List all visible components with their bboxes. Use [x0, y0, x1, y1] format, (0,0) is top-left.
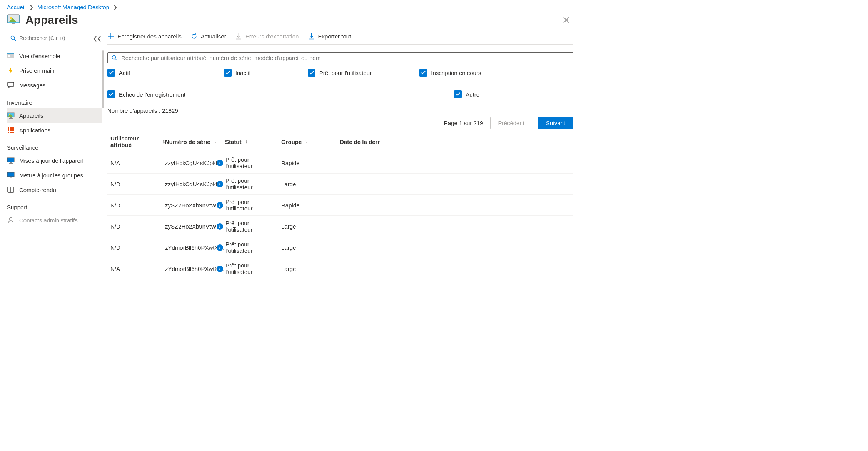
cell-serial: zzyfHckCgU4sKJpkfmS…	[165, 181, 225, 187]
next-button[interactable]: Suivant	[538, 117, 573, 129]
bolt-icon	[7, 67, 15, 74]
sidebar-item-overview[interactable]: Vue d'ensemble	[7, 48, 102, 63]
sidebar-section-monitoring: Surveillance	[7, 137, 102, 153]
sidebar-item-messages[interactable]: Messages	[7, 78, 102, 92]
svg-rect-32	[7, 172, 14, 177]
collapse-sidebar-icon[interactable]: ❮❮	[93, 35, 102, 41]
monitor-blue-icon	[7, 157, 15, 164]
sidebar-item-admin-contacts[interactable]: Contacts administratifs	[7, 213, 102, 227]
search-icon	[112, 55, 117, 61]
filter-chk-inactive[interactable]: Inactif	[224, 69, 308, 77]
grid-icon	[7, 126, 15, 134]
filter-checks: Actif Inactif Prêt pour l'utilisateur In…	[107, 69, 573, 98]
cell-user: N/A	[107, 160, 165, 166]
cell-group: Large	[273, 244, 331, 251]
book-icon	[7, 186, 15, 194]
sidebar-item-label: Contacts administratifs	[19, 217, 78, 224]
svg-rect-23	[8, 129, 9, 131]
svg-line-43	[115, 59, 117, 60]
filter-search-input[interactable]	[121, 55, 569, 61]
devices-table: Utilisateur attribué ↑↓ Numéro de série …	[107, 131, 573, 279]
svg-rect-12	[8, 55, 10, 57]
table-row[interactable]: N/DzYdmorBll6h0PXwtXR…iPrêt pour l'utili…	[107, 237, 573, 258]
sidebar-item-applications[interactable]: Applications	[7, 123, 102, 137]
th-user[interactable]: Utilisateur attribué ↑↓	[107, 135, 165, 148]
table-row[interactable]: N/DzySZ2Ho2Xb9nVtWHA…iPrêt pour l'utilis…	[107, 216, 573, 237]
cell-serial: zySZ2Ho2Xb9nVtWHA…	[165, 202, 225, 209]
filter-chk-failed[interactable]: Échec de l'enregistrement	[107, 90, 419, 98]
sidebar-search[interactable]	[7, 32, 90, 44]
svg-rect-16	[10, 117, 12, 118]
toolbar: Enregistrer des appareils Actualiser Err…	[107, 32, 573, 45]
sidebar-item-quickstart[interactable]: Prise en main	[7, 63, 102, 78]
svg-rect-34	[9, 178, 13, 178]
breadcrumb-mmd[interactable]: Microsoft Managed Desktop	[37, 4, 109, 10]
cell-user: N/A	[107, 266, 165, 272]
sidebar-item-label: Applications	[19, 127, 50, 134]
chevron-right-icon: ❯	[29, 4, 33, 10]
th-serial[interactable]: Numéro de série ↑↓	[165, 135, 225, 148]
th-group[interactable]: Groupe ↑↓	[281, 135, 340, 148]
breadcrumb-home[interactable]: Accueil	[7, 4, 25, 10]
svg-rect-29	[7, 158, 14, 162]
sidebar-item-devices[interactable]: Appareils	[7, 108, 102, 123]
cell-status: iPrêt pour l'utilisateur	[217, 241, 273, 254]
svg-rect-21	[10, 127, 12, 129]
info-icon: i	[217, 223, 223, 230]
refresh-button[interactable]: Actualiser	[191, 33, 226, 40]
sidebar-item-update-groups[interactable]: Mettre à jour les groupes	[7, 168, 102, 182]
info-icon: i	[217, 160, 223, 166]
info-icon: i	[217, 266, 223, 272]
monitor-icon	[7, 112, 15, 119]
filter-chk-other[interactable]: Autre	[454, 90, 479, 98]
sidebar-item-reporting[interactable]: Compte-rendu	[7, 182, 102, 197]
checkbox-icon	[308, 69, 315, 77]
filter-chk-active[interactable]: Actif	[107, 69, 224, 77]
monitor-blue-icon	[7, 171, 15, 179]
search-icon	[10, 35, 16, 41]
cell-serial: zYdmorBll6h0PXwtXR…	[165, 266, 225, 272]
table-row[interactable]: N/AzYdmorBll6h0PXwtXR…iPrêt pour l'utili…	[107, 258, 573, 279]
cell-group: Rapide	[273, 202, 331, 209]
info-icon: i	[217, 244, 223, 251]
table-row[interactable]: N/AzzyfHckCgU4sKJpkfmS…iPrêt pour l'util…	[107, 152, 573, 174]
filter-search[interactable]	[107, 52, 573, 63]
sort-icon: ↑↓	[162, 139, 165, 144]
main-panel: Enregistrer des appareils Actualiser Err…	[102, 32, 579, 298]
close-icon[interactable]	[562, 15, 571, 25]
svg-rect-31	[9, 163, 13, 164]
table-header: Utilisateur attribué ↑↓ Numéro de série …	[107, 131, 573, 152]
checkbox-icon	[454, 90, 462, 98]
svg-rect-20	[8, 127, 9, 129]
cell-status: iPrêt pour l'utilisateur	[217, 177, 273, 190]
cell-group: Large	[273, 266, 331, 272]
register-devices-button[interactable]: Enregistrer des appareils	[107, 33, 182, 40]
checkbox-icon	[107, 69, 115, 77]
scrollbar[interactable]	[102, 50, 104, 108]
page-info: Page 1 sur 219	[444, 120, 483, 126]
sidebar: ❮❮ Vue d'ensemble Prise en main Messages…	[0, 32, 102, 298]
sort-icon: ↑↓	[304, 139, 307, 144]
export-all-button[interactable]: Exporter tout	[308, 33, 351, 40]
cell-status: iPrêt pour l'utilisateur	[217, 220, 273, 233]
cell-serial: zYdmorBll6h0PXwtXR…	[165, 244, 225, 251]
sidebar-item-label: Mises à jour de l'appareil	[19, 157, 83, 164]
table-row[interactable]: N/DzzyfHckCgU4sKJpkfmS…iPrêt pour l'util…	[107, 174, 573, 195]
filter-chk-enrolling[interactable]: Inscription en cours	[419, 69, 481, 77]
th-date[interactable]: Date de la derr	[340, 135, 573, 148]
checkbox-icon	[224, 69, 232, 77]
info-icon: i	[217, 181, 223, 187]
checkbox-icon	[419, 69, 427, 77]
sidebar-item-label: Messages	[19, 82, 45, 89]
plus-icon	[107, 33, 114, 40]
filter-chk-ready[interactable]: Prêt pour l'utilisateur	[308, 69, 420, 77]
svg-line-9	[14, 39, 16, 40]
svg-rect-27	[10, 132, 12, 133]
cell-user: N/D	[107, 202, 165, 209]
svg-rect-17	[9, 118, 13, 119]
cell-serial: zySZ2Ho2Xb9nVtWHA…	[165, 223, 225, 230]
table-row[interactable]: N/DzySZ2Ho2Xb9nVtWHA…iPrêt pour l'utilis…	[107, 195, 573, 216]
sidebar-item-device-updates[interactable]: Mises à jour de l'appareil	[7, 153, 102, 168]
th-status[interactable]: Statut ↑↓	[225, 135, 281, 148]
sidebar-search-input[interactable]	[19, 35, 87, 41]
